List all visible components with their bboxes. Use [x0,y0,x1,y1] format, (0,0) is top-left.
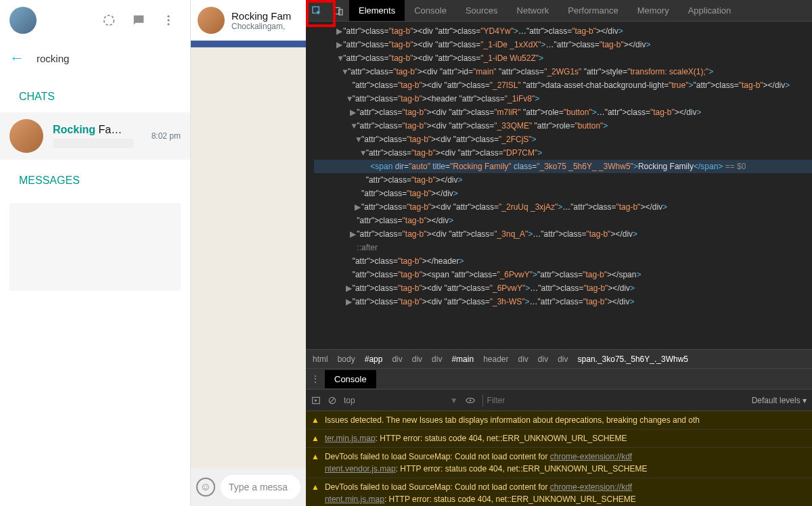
dom-breadcrumb[interactable]: htmlbody#appdivdivdiv#mainheaderdivdivdi… [306,349,812,368]
user-avatar[interactable] [9,7,37,34]
section-chats-label: CHATS [0,76,190,112]
chat-preview [53,139,134,148]
breadcrumb-item[interactable]: div [432,354,442,364]
inspect-element-icon[interactable] [306,0,328,21]
breadcrumb-item[interactable]: span._3ko75._5h6Y_._3Whw5 [578,354,688,364]
dom-line[interactable]: ▼"attr">class="tag-b"><div "attr">class=… [314,146,812,160]
dom-line[interactable]: ▶"attr">class="tag-b"><div "attr">class=… [314,200,812,214]
warning-icon: ▲ [311,481,319,493]
dom-line[interactable]: ▼"attr">class="tag-b"><div "attr">class=… [314,133,812,146]
device-toolbar-icon[interactable] [328,0,349,21]
dom-line[interactable]: ▼"attr">class="tag-b"><header "attr">cla… [314,92,812,106]
devtools-tabbar: ElementsConsoleSourcesNetworkPerformance… [306,0,812,22]
dom-line[interactable]: "attr">class="tag-b"></div> [314,214,812,227]
breadcrumb-item[interactable]: #main [451,354,474,364]
console-drawer-header: ⋮ Console [306,368,812,390]
log-levels-selector[interactable]: Default levels ▾ [752,396,807,405]
dom-line[interactable]: ▼"attr">class="tag-b"><div "attr">class=… [314,119,812,133]
console-message[interactable]: ▲Issues detected. The new Issues tab dis… [306,411,812,430]
context-selector[interactable]: top [344,396,355,405]
svg-point-11 [469,399,471,401]
dom-line[interactable]: ▶"attr">class="tag-b"><div "attr">class=… [314,295,812,308]
svg-point-1 [167,16,169,18]
breadcrumb-item[interactable]: div [412,354,422,364]
dom-line[interactable]: "attr">class="tag-b"></div> [314,173,812,187]
chat-subtitle: Chockalingam, [231,22,291,31]
chat-header-avatar [198,7,225,34]
devtools-tab-network[interactable]: Network [508,0,559,21]
breadcrumb-item[interactable]: div [518,354,528,364]
console-message[interactable]: ▲DevTools failed to load SourceMap: Coul… [306,448,812,478]
status-icon[interactable] [97,8,121,32]
menu-icon[interactable] [156,8,181,32]
breadcrumb-item[interactable]: #app [365,354,383,364]
dom-line[interactable]: "attr">class="tag-b"></div> [314,187,812,200]
svg-point-3 [167,23,169,25]
dom-line[interactable]: ▶"attr">class="tag-b"><div "attr">class=… [314,24,812,38]
dom-line[interactable]: ▼"attr">class="tag-b"><div "attr">id="ma… [314,65,812,78]
breadcrumb-item[interactable]: header [483,354,508,364]
devtools-tab-memory[interactable]: Memory [628,0,679,21]
dom-line[interactable]: "attr">class="tag-b"></header> [314,254,812,268]
back-arrow-icon[interactable]: ← [9,49,24,67]
console-message[interactable]: ▲ter.min.js.map: HTTP error: status code… [306,430,812,448]
console-toolbar: top ▼ Default levels ▾ [306,390,812,411]
chat-row[interactable]: Rocking Fa… 8:02 pm [0,112,190,160]
compose-input[interactable]: Type a messa [221,475,300,499]
emoji-icon[interactable]: ☺ [196,478,215,497]
warning-icon: ▲ [311,432,319,444]
devtools-tab-performance[interactable]: Performance [558,0,627,21]
chat-header[interactable]: Rocking Fam Chockalingam, [191,0,306,41]
chat-time: 8:02 pm [152,131,181,141]
wa-chat-panel: Rocking Fam Chockalingam, ☺ Type a messa [191,0,306,506]
devtools-panel: ElementsConsoleSourcesNetworkPerformance… [306,0,812,506]
warning-icon: ▲ [311,451,319,463]
svg-line-9 [330,398,334,402]
console-menu-icon[interactable]: ⋮ [306,374,325,384]
dom-line[interactable]: ▶"attr">class="tag-b"><div "attr">class=… [314,106,812,119]
search-input[interactable] [37,53,165,64]
new-chat-icon[interactable] [127,8,151,32]
dom-line[interactable]: "attr">class="tag-b"><div "attr">class="… [314,78,812,92]
dom-line[interactable]: <span dir="auto" title="Rocking Family" … [314,160,812,173]
chat-avatar [9,119,43,153]
chat-title: Rocking Fam [231,10,291,22]
console-message[interactable]: ▲DevTools failed to load SourceMap: Coul… [306,478,812,506]
dom-line[interactable]: ::after [314,241,812,254]
chat-banner [191,41,306,47]
devtools-tab-application[interactable]: Application [679,0,741,21]
warning-icon: ▲ [311,414,319,426]
console-sidebar-toggle-icon[interactable] [311,396,321,405]
dom-line[interactable]: ▶"attr">class="tag-b"><div "attr">class=… [314,281,812,295]
breadcrumb-item[interactable]: div [392,354,402,364]
dom-tree[interactable]: ▶"attr">class="tag-b"><div "attr">class=… [306,22,812,349]
wa-sidebar: ← ✕ CHATS Rocking Fa… 8:02 pm MESSAGES [0,0,191,506]
live-expression-icon[interactable] [465,395,476,406]
breadcrumb-item[interactable]: html [313,354,328,364]
breadcrumb-item[interactable]: div [538,354,548,364]
section-messages-label: MESSAGES [0,160,190,196]
devtools-tab-sources[interactable]: Sources [456,0,508,21]
devtools-tab-elements[interactable]: Elements [349,0,405,21]
search-bar: ← ✕ [0,41,190,76]
console-filter-input[interactable] [482,394,745,407]
console-output[interactable]: ▲Issues detected. The new Issues tab dis… [306,411,812,506]
devtools-tab-console[interactable]: Console [405,0,456,21]
dom-line[interactable]: "attr">class="tag-b"><span "attr">class=… [314,268,812,281]
console-tab-label[interactable]: Console [325,370,376,388]
svg-point-2 [167,19,169,21]
message-result-placeholder [9,203,181,291]
dom-line[interactable]: ▼"attr">class="tag-b"><div "attr">class=… [314,51,812,65]
svg-point-0 [104,16,114,26]
dom-line[interactable]: ▶"attr">class="tag-b"><div "attr">class=… [314,38,812,51]
dom-line[interactable]: ▶"attr">class="tag-b"><div "attr">class=… [314,227,812,241]
breadcrumb-item[interactable]: div [558,354,568,364]
chat-name: Rocking Fa… [53,124,142,136]
chat-compose: ☺ Type a messa [191,468,306,506]
breadcrumb-item[interactable]: body [338,354,355,364]
clear-console-icon[interactable] [328,396,337,405]
chat-body[interactable] [191,47,306,468]
wa-header [0,0,190,41]
